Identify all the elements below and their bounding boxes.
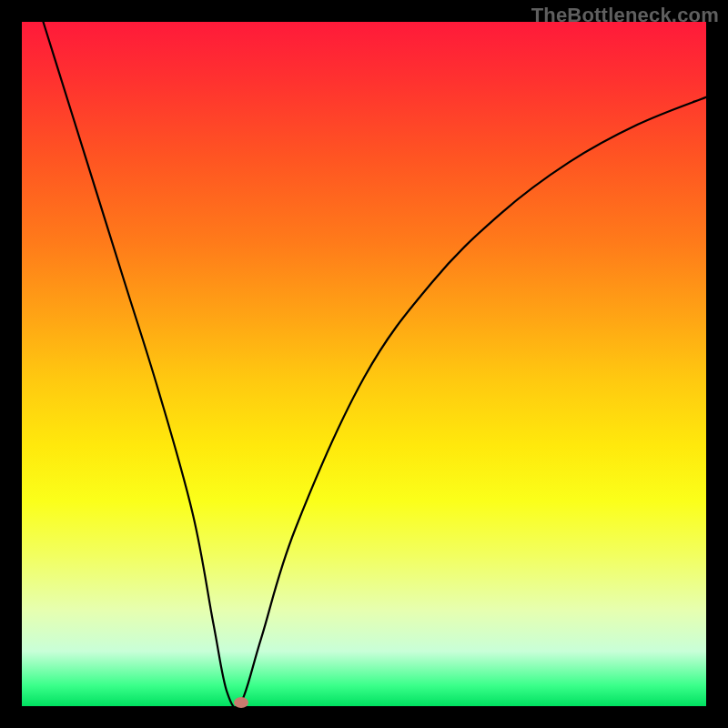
bottleneck-curve [22,22,706,706]
minimum-marker [234,697,248,708]
watermark-text: TheBottleneck.com [531,4,719,27]
plot-area [22,22,706,706]
chart-frame: TheBottleneck.com [0,0,728,728]
